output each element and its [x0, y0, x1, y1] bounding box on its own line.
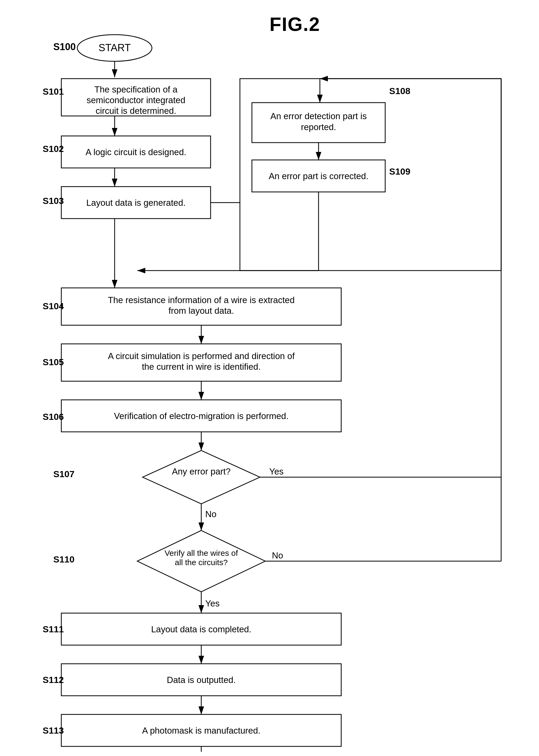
s112-label: S112	[43, 675, 64, 685]
s110-text1: Verify all the wires of	[165, 549, 238, 558]
s104-text2: from layout data.	[169, 306, 234, 316]
s113-label: S113	[43, 725, 64, 735]
s107-no-label: No	[205, 509, 216, 519]
s110-no-label: No	[272, 551, 283, 560]
page: FIG.2 S100 START S101 The specification …	[0, 0, 539, 756]
s101-label: S101	[43, 86, 64, 97]
start-text: START	[98, 42, 131, 53]
s102-label: S102	[43, 144, 64, 154]
s112-text: Data is outputted.	[167, 675, 236, 685]
flowchart: S100 START S101 The specification of a s…	[27, 32, 512, 753]
s103-text: Layout data is generated.	[86, 198, 186, 208]
s110-text2: all the circuits?	[175, 558, 228, 567]
s108-text2: reported.	[301, 122, 336, 132]
s109-text: An error part is corrected.	[269, 171, 368, 181]
s111-label: S111	[43, 624, 64, 634]
s101-text3: circuit is determined.	[96, 106, 177, 116]
s105-text2: the current in wire is identified.	[142, 362, 261, 372]
s101-text1: The specification of a	[94, 85, 178, 94]
s105-text1: A circuit simulation is performed and di…	[108, 351, 295, 361]
s107-yes-label: Yes	[269, 467, 284, 476]
s105-label: S105	[43, 357, 64, 367]
s110-label: S110	[53, 554, 74, 564]
s107-diamond	[143, 450, 260, 504]
s113-text: A photomask is manufactured.	[142, 725, 261, 735]
s102-text: A logic circuit is designed.	[86, 147, 186, 157]
s100-label: S100	[53, 41, 76, 52]
s101-text2: semiconductor integrated	[87, 95, 186, 105]
s108-text1: An error detection part is	[270, 111, 366, 121]
s106-label: S106	[43, 412, 64, 422]
s107-text1: Any error part?	[172, 467, 231, 476]
s103-label: S103	[43, 196, 64, 206]
s109-label: S109	[389, 166, 410, 177]
s106-text: Verification of electro-migration is per…	[114, 411, 289, 421]
s111-text: Layout data is completed.	[151, 624, 251, 634]
s110-yes-label: Yes	[205, 598, 220, 608]
s104-text1: The resistance information of a wire is …	[108, 295, 295, 305]
diagram-svg: S100 START S101 The specification of a s…	[27, 32, 512, 752]
s108-label: S108	[389, 86, 410, 96]
s104-label: S104	[43, 301, 64, 311]
s107-label: S107	[53, 469, 74, 479]
